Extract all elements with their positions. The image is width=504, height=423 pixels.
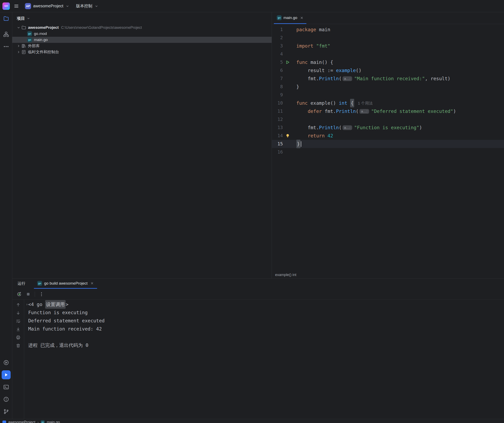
code-token: [313, 42, 316, 50]
code-token: example(): [308, 99, 339, 107]
chevron-right-icon[interactable]: [16, 50, 21, 54]
code-line: 7 fmt.Println(a…:"Main function received…: [272, 75, 504, 83]
problems-icon[interactable]: [2, 395, 11, 404]
code-token: Println: [319, 75, 339, 83]
line-number: 3: [272, 42, 283, 50]
line-number: 2: [272, 34, 283, 42]
tree-item-path: C:\Users\meowr\GolandProjects\awesomePro…: [61, 25, 142, 30]
code-line: 4: [272, 50, 504, 58]
code-token: Println: [319, 123, 339, 132]
run-tool-window: 运行 go go build awesomeProject: [12, 278, 504, 419]
down-arrow-icon[interactable]: [16, 311, 21, 315]
code-text: func example() int {1 个用法: [292, 99, 373, 107]
vcs-widget[interactable]: 版本控制: [74, 2, 101, 10]
console-line: <4 go 设置调用>: [26, 300, 504, 308]
scroll-to-end-icon[interactable]: [16, 327, 21, 332]
chevron-down-icon: [66, 4, 70, 8]
code-token: int: [339, 99, 348, 107]
tree-item-label: go.mod: [34, 31, 47, 36]
code-text: }: [292, 140, 301, 148]
console-text: Deferred statement executed: [28, 317, 105, 325]
console-line: Deferred statement executed: [26, 317, 504, 325]
console-line: 进程 已完成，退出代码为 0: [26, 341, 504, 349]
more-options-icon[interactable]: [38, 290, 45, 298]
project-tool-icon[interactable]: [2, 14, 11, 23]
run-line-icon[interactable]: [283, 60, 292, 65]
goland-window: GO AP awesomeProject 版本控制: [0, 0, 504, 423]
console-cmd-chip[interactable]: 设置调用: [45, 300, 66, 309]
tool-window-strip: [0, 12, 12, 419]
run-panel-title: 运行: [18, 281, 25, 286]
toolbar-divider: [35, 292, 35, 297]
code-line: 11 defer fmt.Println(a…:"Deferred statem…: [272, 107, 504, 115]
goland-logo-icon: GO: [2, 2, 10, 10]
go-icon: go: [27, 31, 32, 36]
tree-item-main.go[interactable]: gomain.go: [12, 37, 272, 43]
tab-run-config[interactable]: go go build awesomeProject: [34, 278, 97, 289]
go-icon: go: [27, 37, 32, 42]
terminal-icon[interactable]: [2, 382, 11, 392]
chevron-right-icon: ›: [37, 420, 39, 423]
close-icon[interactable]: [90, 282, 94, 285]
code-token: fmt.: [322, 107, 336, 115]
scratch-icon: [21, 50, 26, 54]
code-token: [347, 99, 350, 107]
breadcrumb-file[interactable]: main.go: [47, 420, 60, 423]
run-tool-icon[interactable]: [2, 370, 11, 379]
code-text: return 42: [292, 132, 333, 140]
go-file-icon: go: [37, 281, 42, 286]
chevron-down-icon[interactable]: [16, 25, 21, 29]
context-hint: example() int: [275, 273, 296, 277]
code-line: 2: [272, 34, 504, 42]
console-output[interactable]: <4 go 设置调用>Function is executingDeferred…: [24, 300, 504, 419]
project-widget[interactable]: AP awesomeProject: [23, 2, 72, 10]
code-token: (: [339, 123, 342, 132]
services-icon[interactable]: [2, 358, 11, 367]
code-text: result := example(): [292, 66, 361, 75]
code-text: func main() {: [292, 58, 333, 66]
up-arrow-icon[interactable]: [16, 302, 21, 307]
code-token: (: [339, 75, 342, 83]
tree-item-go.mod[interactable]: gogo.mod: [12, 31, 272, 37]
project-tool-window: 项目 awesomeProjectC:\Users\meowr\GolandPr…: [12, 12, 272, 278]
stop-icon[interactable]: [24, 290, 32, 298]
soft-wrap-icon[interactable]: [16, 319, 21, 323]
intention-bulb-icon[interactable]: [283, 134, 292, 138]
code-token: "Main function received:": [354, 75, 425, 83]
breadcrumb-project[interactable]: awesomeProject: [8, 420, 35, 423]
tree-item-临时文件和控制台[interactable]: 临时文件和控制台: [12, 49, 272, 55]
editor-surface[interactable]: 1package main23import "fmt"45func main()…: [272, 24, 504, 271]
console-text: 进程 已完成，退出代码为 0: [28, 341, 89, 349]
rerun-icon[interactable]: [16, 290, 23, 298]
chevron-right-icon[interactable]: [16, 44, 21, 48]
code-token: fmt.: [296, 75, 319, 83]
code-text: }: [292, 83, 299, 91]
code-token: defer: [308, 107, 322, 115]
run-tab-label: go build awesomeProject: [44, 281, 87, 286]
line-number: 15: [272, 140, 283, 148]
code-token: fmt.: [296, 123, 319, 132]
code-token: , result): [425, 75, 450, 83]
tab-main-go[interactable]: go main.go: [274, 12, 306, 24]
code-text: package main: [292, 25, 330, 34]
print-icon[interactable]: [16, 335, 21, 340]
more-tool-windows-icon[interactable]: [2, 42, 11, 51]
code-token: [296, 132, 308, 140]
line-number: 14: [272, 132, 283, 140]
hamburger-menu-icon[interactable]: [12, 2, 20, 10]
code-line: 5func main() {: [272, 58, 504, 66]
code-token: "Deferred statement executed": [371, 107, 453, 115]
tree-item-awesomeProject[interactable]: awesomeProjectC:\Users\meowr\GolandProje…: [12, 24, 272, 31]
code-line: 8}: [272, 83, 504, 91]
line-number: 9: [272, 91, 283, 99]
clear-console-icon[interactable]: [16, 343, 21, 348]
structure-icon[interactable]: [2, 30, 11, 39]
tree-item-外部库[interactable]: 外部库: [12, 43, 272, 49]
git-branch-icon[interactable]: [2, 407, 11, 416]
run-panel-header: 运行 go go build awesomeProject: [12, 278, 504, 289]
folder-icon: [21, 25, 26, 30]
usages-inlay-hint[interactable]: 1 个用法: [358, 101, 373, 105]
fold-chevron-icon[interactable]: [26, 303, 28, 306]
close-icon[interactable]: [300, 16, 304, 20]
project-panel-header[interactable]: 项目: [12, 12, 272, 24]
